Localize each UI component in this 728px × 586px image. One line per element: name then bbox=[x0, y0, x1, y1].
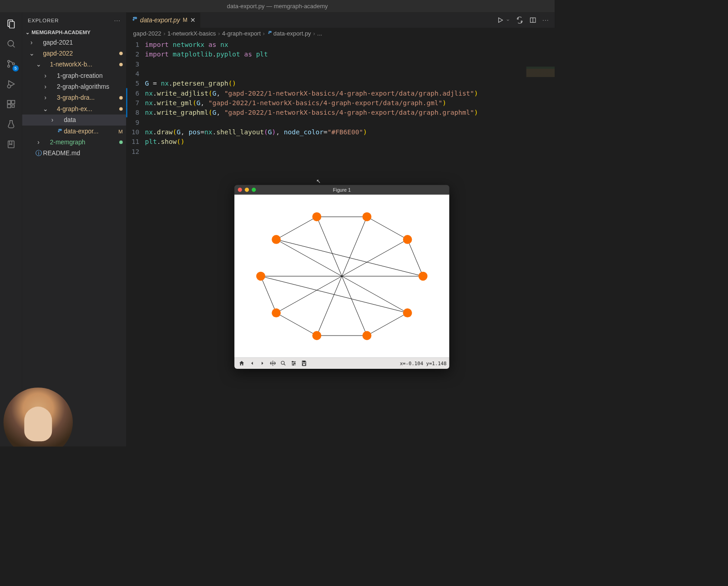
activity-bar: 5 bbox=[0, 12, 22, 446]
breadcrumb-sep: › bbox=[218, 30, 220, 37]
forward-icon[interactable] bbox=[258, 359, 267, 368]
svg-line-26 bbox=[367, 313, 407, 336]
extensions-icon[interactable] bbox=[5, 98, 17, 110]
svg-point-33 bbox=[419, 272, 428, 281]
tree-item[interactable]: ›gapd-2021 bbox=[22, 37, 126, 48]
chevron-icon: ⌄ bbox=[35, 61, 42, 68]
tab-bar: data-export.py M ✕ ··· bbox=[126, 12, 555, 28]
split-editor-icon[interactable] bbox=[529, 17, 536, 24]
bookmarks-icon[interactable] bbox=[5, 138, 17, 150]
svg-line-24 bbox=[276, 313, 317, 336]
testing-icon[interactable] bbox=[5, 118, 17, 130]
close-icon[interactable]: ✕ bbox=[190, 16, 195, 24]
file-icon bbox=[56, 128, 63, 134]
svg-point-41 bbox=[363, 331, 372, 340]
tab-modified-badge: M bbox=[183, 17, 187, 23]
save-icon[interactable] bbox=[299, 359, 308, 368]
breadcrumb-sep: › bbox=[163, 30, 165, 37]
svg-point-48 bbox=[292, 361, 293, 362]
svg-point-38 bbox=[256, 272, 265, 281]
back-icon[interactable] bbox=[248, 359, 257, 368]
svg-point-42 bbox=[403, 308, 412, 317]
split-diff-icon[interactable] bbox=[516, 17, 523, 24]
tree-item[interactable]: ⌄4-graph-ex... bbox=[22, 103, 126, 114]
tree-item-label: 2-graph-algorithms bbox=[57, 83, 123, 90]
run-dropdown-icon[interactable] bbox=[506, 18, 510, 22]
scm-badge: 5 bbox=[12, 65, 19, 71]
explorer-icon[interactable] bbox=[5, 17, 17, 30]
tree-item-label: 4-graph-ex... bbox=[57, 105, 117, 112]
file-icon: ⓘ bbox=[35, 149, 42, 158]
breadcrumb-segment[interactable]: data-export.py bbox=[267, 30, 311, 37]
home-icon[interactable] bbox=[237, 359, 246, 368]
run-icon[interactable] bbox=[497, 17, 504, 24]
tree-item[interactable]: ›2-memgraph bbox=[22, 137, 126, 148]
svg-point-37 bbox=[272, 235, 281, 244]
tree-item[interactable]: ⌄gapd-2022 bbox=[22, 48, 126, 59]
svg-point-5 bbox=[8, 65, 10, 67]
chevron-icon: ⌄ bbox=[28, 50, 35, 57]
chevron-icon: › bbox=[35, 138, 42, 146]
project-name: MEMGRAPH-ACADEMY bbox=[31, 29, 91, 35]
python-icon bbox=[267, 30, 272, 36]
svg-point-40 bbox=[312, 331, 321, 340]
tree-item-label: gapd-2021 bbox=[43, 39, 122, 46]
figure-window[interactable]: Figure 1 x=-0.104 y=1.148 bbox=[234, 185, 449, 369]
svg-line-21 bbox=[276, 217, 317, 239]
svg-point-50 bbox=[293, 364, 293, 365]
svg-line-23 bbox=[261, 276, 276, 313]
file-tree: ›gapd-2021⌄gapd-2022⌄1-networkX-b...›1-g… bbox=[22, 37, 126, 159]
svg-rect-52 bbox=[303, 363, 305, 366]
window-titlebar: data-export.py — memgraph-academy bbox=[0, 0, 555, 12]
tree-item[interactable]: ›2-graph-algorithms bbox=[22, 81, 126, 92]
breadcrumb-segment[interactable]: 1-networkX-basics bbox=[167, 30, 216, 37]
zoom-icon[interactable] bbox=[279, 359, 288, 368]
chevron-icon: › bbox=[49, 117, 56, 124]
svg-rect-11 bbox=[7, 104, 10, 107]
figure-canvas[interactable] bbox=[234, 194, 449, 357]
tree-item-label: 1-networkX-b... bbox=[50, 61, 117, 68]
graph-plot bbox=[234, 194, 449, 357]
tree-item[interactable]: ›data bbox=[22, 114, 126, 125]
explorer-sidebar: EXPLORER ··· ⌄ MEMGRAPH-ACADEMY ›gapd-20… bbox=[22, 12, 126, 446]
svg-rect-51 bbox=[303, 361, 305, 362]
figure-title: Figure 1 bbox=[234, 187, 449, 193]
sidebar-more-icon[interactable]: ··· bbox=[114, 17, 121, 23]
breadcrumb-sep: › bbox=[263, 30, 265, 37]
tree-item-label: data-expor... bbox=[64, 127, 116, 135]
tab-filename: data-export.py bbox=[140, 16, 180, 24]
tree-item-label: 3-graph-dra... bbox=[57, 94, 117, 102]
svg-point-4 bbox=[8, 61, 10, 62]
figure-titlebar[interactable]: Figure 1 bbox=[234, 185, 449, 194]
breadcrumb-segment[interactable]: ... bbox=[317, 30, 322, 37]
tree-item[interactable]: ⓘREADME.md bbox=[22, 148, 126, 159]
project-header[interactable]: ⌄ MEMGRAPH-ACADEMY bbox=[22, 28, 126, 37]
chevron-icon: › bbox=[42, 72, 49, 79]
svg-point-35 bbox=[363, 212, 372, 221]
configure-icon[interactable] bbox=[289, 359, 298, 368]
breadcrumb-segment[interactable]: 4-graph-export bbox=[222, 30, 261, 37]
svg-rect-9 bbox=[7, 101, 10, 104]
search-icon[interactable] bbox=[5, 37, 17, 50]
minimap[interactable] bbox=[526, 66, 555, 77]
chevron-icon: ⌄ bbox=[42, 105, 49, 113]
tab-data-export[interactable]: data-export.py M ✕ bbox=[126, 12, 200, 28]
run-debug-icon[interactable] bbox=[5, 78, 17, 90]
source-control-icon[interactable]: 5 bbox=[5, 57, 17, 70]
svg-point-43 bbox=[281, 361, 284, 364]
sidebar-title: EXPLORER bbox=[28, 17, 59, 23]
line-numbers: 123456789101112 bbox=[126, 40, 145, 447]
pan-icon[interactable] bbox=[268, 359, 278, 368]
tree-item[interactable]: data-expor...M bbox=[22, 126, 126, 137]
tree-item[interactable]: ›3-graph-dra... bbox=[22, 92, 126, 103]
more-actions-icon[interactable]: ··· bbox=[542, 17, 549, 23]
breadcrumbs[interactable]: gapd-2022›1-networkX-basics›4-graph-expo… bbox=[126, 28, 555, 40]
tree-item[interactable]: ⌄1-networkX-b... bbox=[22, 59, 126, 70]
breadcrumb-segment[interactable]: gapd-2022 bbox=[133, 30, 162, 37]
svg-rect-1 bbox=[10, 21, 15, 28]
svg-point-36 bbox=[312, 212, 321, 221]
svg-point-8 bbox=[7, 85, 10, 88]
svg-point-14 bbox=[133, 17, 134, 18]
tree-item[interactable]: ›1-graph-creation bbox=[22, 70, 126, 81]
tree-item-label: 2-memgraph bbox=[50, 138, 117, 146]
